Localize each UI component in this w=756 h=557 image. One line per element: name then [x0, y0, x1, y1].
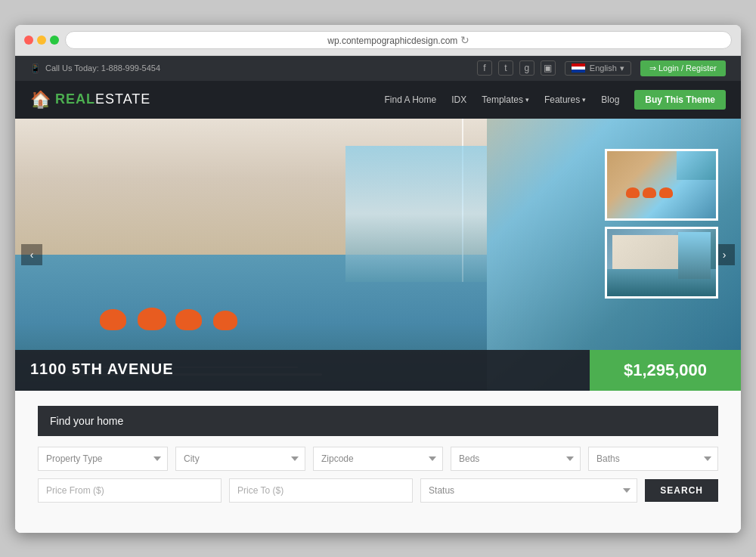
- price-from-input[interactable]: [38, 478, 222, 503]
- login-register-button[interactable]: ⇒ Login / Register: [640, 60, 726, 76]
- nav-features[interactable]: Features ▾: [544, 94, 586, 105]
- browser-window: wp.contempographicdesign.com ↻ 📱 Call Us…: [15, 25, 741, 533]
- nav-templates[interactable]: Templates ▾: [482, 94, 529, 105]
- home-icon: 🏠: [30, 90, 51, 110]
- search-button[interactable]: SEARCH: [645, 479, 718, 502]
- instagram-icon[interactable]: ▣: [541, 60, 556, 76]
- nav-blog[interactable]: Blog: [601, 94, 619, 105]
- mini-chair-3: [659, 187, 673, 198]
- city-select[interactable]: City New York Los Angeles: [175, 447, 305, 471]
- search-row-2: Status For Sale For Rent Sold SEARCH: [38, 478, 718, 503]
- twitter-icon[interactable]: t: [498, 60, 513, 76]
- baths-select[interactable]: Baths 1 2 3+: [588, 447, 718, 471]
- address-bar[interactable]: wp.contempographicdesign.com ↻: [65, 31, 732, 49]
- top-bar-left: 📱 Call Us Today: 1-888-999-5454: [30, 63, 160, 73]
- nav-find-a-home[interactable]: Find A Home: [385, 94, 437, 105]
- language-button[interactable]: English ▾: [565, 61, 631, 76]
- property-address: 1100 5TH AVENUE: [15, 350, 590, 391]
- browser-dots: [24, 36, 59, 45]
- features-caret-icon: ▾: [582, 96, 586, 104]
- facebook-icon[interactable]: f: [477, 60, 492, 76]
- thumbnail-1[interactable]: [605, 149, 718, 221]
- beds-select[interactable]: Beds 1 2 3+: [451, 447, 581, 471]
- templates-caret-icon: ▾: [525, 96, 529, 104]
- minimize-dot[interactable]: [37, 36, 46, 45]
- logo-text: REALESTATE: [55, 91, 150, 107]
- search-section: Find your home Property Type House Apart…: [15, 391, 741, 533]
- thumbnail-2[interactable]: [605, 227, 718, 299]
- chevron-down-icon: ▾: [620, 63, 624, 73]
- browser-body: 📱 Call Us Today: 1-888-999-5454 f t g ▣ …: [15, 56, 741, 533]
- search-row-1: Property Type House Apartment Condo City…: [38, 447, 718, 471]
- chair-1: [100, 309, 126, 330]
- top-bar-right: f t g ▣ English ▾ ⇒ Login / Register: [477, 60, 726, 76]
- property-bar: 1100 5TH AVENUE $1,295,000: [15, 350, 741, 391]
- chair-4: [213, 311, 237, 330]
- close-dot[interactable]: [24, 36, 33, 45]
- status-select[interactable]: Status For Sale For Rent Sold: [420, 478, 637, 503]
- nav-idx[interactable]: IDX: [451, 94, 466, 105]
- zipcode-select[interactable]: Zipcode: [313, 447, 443, 471]
- nav-links: Find A Home IDX Templates ▾ Features ▾ B…: [385, 90, 727, 110]
- refresh-icon[interactable]: ↻: [460, 34, 469, 46]
- maximize-dot[interactable]: [50, 36, 59, 45]
- social-icons: f t g ▣: [477, 60, 556, 76]
- top-bar: 📱 Call Us Today: 1-888-999-5454 f t g ▣ …: [15, 56, 741, 81]
- mini-chair-1: [626, 187, 640, 198]
- logo: 🏠 REALESTATE: [30, 90, 150, 110]
- mini-chair-2: [643, 187, 656, 198]
- browser-titlebar: wp.contempographicdesign.com ↻: [15, 25, 741, 56]
- flag-icon: [572, 63, 585, 73]
- phone-icon: 📱: [30, 63, 41, 73]
- thumbnail-1-content: [607, 151, 716, 218]
- property-price: $1,295,000: [590, 350, 741, 391]
- chair-2: [138, 308, 166, 330]
- hero-prev-button[interactable]: ‹: [21, 244, 42, 265]
- chair-3: [175, 309, 202, 330]
- buy-theme-button[interactable]: Buy This Theme: [634, 90, 726, 110]
- phone-number: Call Us Today: 1-888-999-5454: [45, 63, 160, 73]
- main-nav: 🏠 REALESTATE Find A Home IDX Templates ▾…: [15, 81, 741, 119]
- hero-thumbnails: [605, 149, 718, 299]
- price-to-input[interactable]: [229, 478, 413, 503]
- google-plus-icon[interactable]: g: [519, 60, 534, 76]
- property-type-select[interactable]: Property Type House Apartment Condo: [38, 447, 168, 471]
- search-header: Find your home: [38, 406, 718, 436]
- hero-section: ‹ ›: [15, 119, 741, 391]
